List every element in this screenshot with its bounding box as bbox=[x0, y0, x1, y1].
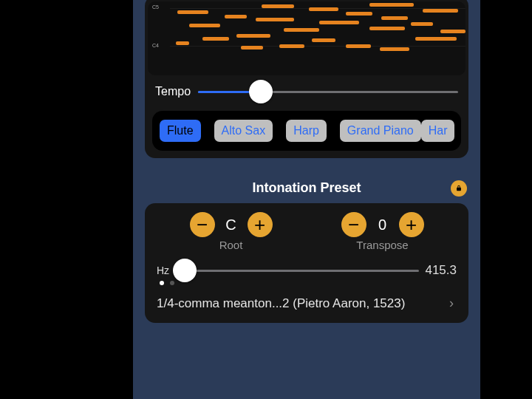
lock-icon[interactable] bbox=[451, 180, 467, 197]
chevron-right-icon: › bbox=[449, 296, 454, 311]
transpose-decrement-button[interactable]: − bbox=[341, 212, 366, 237]
root-label: Root bbox=[219, 239, 243, 251]
page-dot-1[interactable] bbox=[170, 281, 174, 285]
note-axis-label: C4 bbox=[152, 43, 159, 48]
app-screen: C5 C4 bbox=[133, 0, 480, 399]
hz-label: Hz bbox=[157, 265, 169, 276]
intonation-header: Intonation Preset bbox=[145, 180, 468, 196]
hz-slider[interactable] bbox=[175, 270, 419, 272]
tempo-slider[interactable] bbox=[198, 81, 458, 102]
transpose-value: 0 bbox=[374, 216, 392, 233]
root-value: C bbox=[222, 216, 240, 233]
page-dot-0[interactable] bbox=[160, 281, 164, 285]
transpose-label: Transpose bbox=[356, 239, 408, 251]
tempo-label: Tempo bbox=[155, 85, 191, 98]
instrument-harpsichord[interactable]: Har bbox=[421, 120, 455, 142]
instrument-grand-piano[interactable]: Grand Piano bbox=[340, 120, 421, 142]
hz-row: Hz 415.3 bbox=[152, 253, 461, 279]
instrument-flute[interactable]: Flute bbox=[160, 120, 201, 142]
instrument-picker[interactable]: Flute Alto Sax Harp Grand Piano Har bbox=[152, 111, 461, 151]
intonation-card: − C + Root − 0 + Transpose Hz 415.3 bbox=[145, 203, 468, 323]
transpose-increment-button[interactable]: + bbox=[399, 212, 424, 237]
page-indicator[interactable] bbox=[152, 279, 461, 290]
root-increment-button[interactable]: + bbox=[248, 212, 273, 237]
tempo-row: Tempo bbox=[152, 80, 461, 108]
tempo-slider-thumb[interactable] bbox=[249, 80, 273, 103]
piano-roll[interactable]: C5 C4 bbox=[148, 1, 466, 75]
instrument-alto-sax[interactable]: Alto Sax bbox=[214, 120, 273, 142]
hz-slider-thumb[interactable] bbox=[173, 259, 197, 282]
instrument-harp[interactable]: Harp bbox=[286, 120, 327, 142]
intonation-title: Intonation Preset bbox=[252, 180, 361, 196]
playback-card: C5 C4 bbox=[145, 0, 468, 158]
transpose-stepper: − 0 + Transpose bbox=[341, 212, 424, 251]
root-stepper: − C + Root bbox=[190, 212, 273, 251]
hz-value: 415.3 bbox=[425, 263, 457, 278]
note-axis-label: C5 bbox=[152, 4, 159, 10]
preset-name: 1/4-comma meanton...2 (Pietro Aaron, 152… bbox=[157, 296, 405, 311]
preset-selector[interactable]: 1/4-comma meanton...2 (Pietro Aaron, 152… bbox=[152, 290, 461, 316]
root-decrement-button[interactable]: − bbox=[190, 212, 215, 237]
